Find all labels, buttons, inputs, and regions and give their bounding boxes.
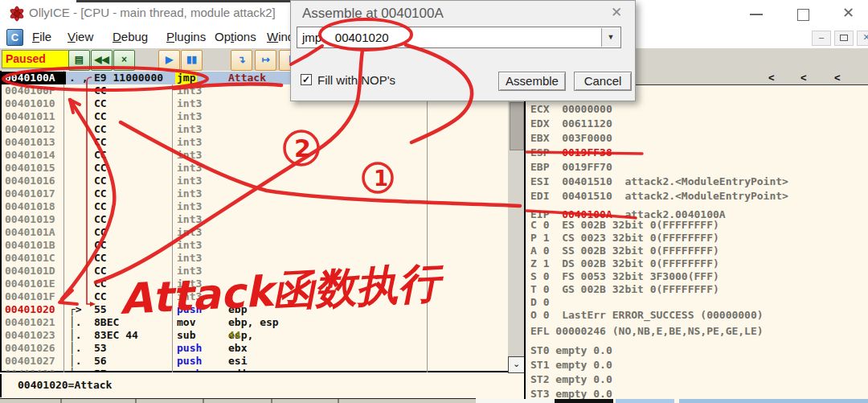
disasm-row[interactable]: 00401018CCint3 [2, 200, 508, 213]
mdi-restore-button[interactable] [834, 31, 854, 46]
ollyice-window: OllyICE - [CPU - main thread, module att… [0, 0, 868, 403]
info-pane-text: 00401020=Attack [18, 379, 112, 391]
step-into-button[interactable]: ↴ [231, 50, 252, 71]
flag-row: O 0 LastErr ERROR_SUCCESS (00000000) [530, 309, 764, 321]
status-badge: Paused [2, 50, 69, 68]
menu-item-options[interactable]: Options [215, 30, 256, 43]
disasm-row[interactable]: 00401015CCint3 [2, 162, 508, 175]
disasm-address: 0040100A [2, 72, 66, 84]
menu-item-debug[interactable]: Debug [113, 30, 148, 43]
mdi-close-button[interactable]: ✕ [857, 31, 868, 46]
disasm-row[interactable]: 00401019CCint3 [2, 213, 508, 226]
menu-item-file[interactable]: File [32, 30, 51, 43]
disasm-mnemonic: int3 [177, 252, 202, 265]
restart-button[interactable]: ◀◀ [91, 50, 113, 71]
open-file-button[interactable]: ▤ [68, 50, 90, 71]
cpu-window-icon[interactable]: C [6, 29, 23, 46]
disasm-prefix: │. [69, 355, 82, 368]
disasm-row[interactable]: 00401012CCint3 [2, 123, 508, 136]
register-row-esi[interactable]: ESI 00401510 attack2.<ModuleEntryPoint> [530, 175, 788, 187]
disasm-row[interactable]: 00401016CCint3 [2, 175, 508, 187]
disasm-bytes: E9 11000000 [94, 72, 163, 84]
disasm-mnemonic: sub [177, 329, 195, 342]
register-row-edx[interactable]: EDX 00611120 [530, 117, 612, 130]
register-value: 00611120 [549, 117, 612, 130]
register-name: EBP [530, 161, 549, 173]
assemble-input[interactable]: jmp 00401020 ▼ [297, 27, 621, 48]
cancel-button[interactable]: Cancel [574, 72, 632, 91]
disasm-row[interactable]: 00401013CCint3 [2, 136, 508, 149]
disasm-bytes: CC [94, 162, 107, 175]
fill-with-nops-label: Fill with NOP's [317, 73, 395, 87]
disasm-row[interactable]: 0040101FCCint3 [2, 290, 508, 303]
register-row-esp[interactable]: ESP 0019FF38 [530, 146, 612, 158]
disasm-row[interactable]: 00401011CCint3 [2, 110, 508, 123]
disasm-row[interactable]: 0040101CCCint3 [2, 252, 508, 265]
dump-divider [271, 399, 272, 403]
flag-row: C 0 ES 002B 32bit 0(FFFFFFFF) [530, 219, 719, 231]
chevron-down-icon[interactable]: ▼ [601, 28, 620, 47]
dump-pane-edge [0, 398, 476, 403]
register-value: 0019FF38 [549, 146, 612, 158]
menu-item-view[interactable]: View [68, 30, 93, 43]
disasm-row[interactable]: 00401028│.57pushedi [2, 368, 508, 372]
pause-button[interactable]: ▮▮ [181, 50, 203, 71]
fill-with-nops-checkbox[interactable]: ✓ [301, 74, 312, 85]
register-name: EDX [530, 117, 549, 130]
disasm-bytes: CC [94, 213, 107, 226]
disasm-bytes: CC [94, 290, 107, 303]
minimize-button[interactable] [750, 14, 763, 15]
disasm-row[interactable]: 0040101ECCint3 [2, 278, 508, 290]
register-name: ESI [530, 175, 549, 187]
disasm-row[interactable]: 0040101DCCint3 [2, 265, 508, 278]
maximize-button[interactable] [797, 9, 809, 21]
assemble-button[interactable]: Assemble [498, 72, 566, 91]
scrollbar-thumb[interactable] [510, 102, 524, 150]
disasm-bytes: CC [94, 200, 107, 213]
register-row-ebp[interactable]: EBP 0019FF70 [530, 161, 612, 173]
fpu-row: ST2 empty 0.0 [530, 373, 612, 385]
disasm-row[interactable]: 00401014CCint3 [2, 149, 508, 162]
disasm-address: 00401011 [5, 110, 55, 123]
registers-collapse-chevron[interactable]: < [800, 72, 807, 84]
disasm-row[interactable]: 00401021│.8BECmovebp, esp [2, 316, 508, 329]
disasm-mnemonic: int3 [177, 290, 202, 303]
register-row-ecx[interactable]: ECX 00000000 [530, 103, 612, 115]
disasm-bytes: CC [94, 265, 107, 278]
disasm-row[interactable]: 0040101ACCint3 [2, 226, 508, 239]
registers-collapse-chevron[interactable]: < [834, 72, 841, 84]
disasm-row[interactable]: 00401020┌>55pushebp [2, 303, 508, 316]
disasm-mnemonic: int3 [177, 239, 202, 252]
menu-item-plugins[interactable]: Plugins [166, 30, 206, 43]
disasm-address: 0040101D [5, 265, 55, 278]
disasm-mnemonic: int3 [177, 200, 202, 213]
register-row-edi[interactable]: EDI 00401510 attack2.<ModuleEntryPoint> [530, 190, 788, 202]
disasm-row[interactable]: 00401027│.56pushesi [2, 355, 508, 368]
disasm-address: 00401010 [5, 97, 55, 110]
disasm-bytes: CC [94, 252, 107, 265]
registers-collapse-chevron[interactable]: < [768, 72, 775, 84]
close-button[interactable]: ✕ [842, 4, 854, 22]
disasm-bytes: CC [94, 175, 107, 187]
scrollbar-down-arrow[interactable]: ⌄ [508, 356, 525, 373]
disasm-row[interactable]: 00401017CCint3 [2, 187, 508, 200]
disasm-mnemonic: push [177, 355, 202, 368]
disasm-row[interactable]: 00401026│.53pushebx [2, 342, 508, 355]
close-process-button[interactable]: × [113, 50, 135, 71]
step-over-button[interactable]: ↦ [255, 50, 276, 71]
mdi-minimize-button[interactable]: – [812, 31, 831, 46]
disasm-row[interactable]: 0040101BCCint3 [2, 239, 508, 252]
disasm-row[interactable]: 00401023│.83EC 44subesp, 44 [2, 329, 508, 342]
disasm-address: 0040101B [5, 239, 55, 252]
register-row-ebx[interactable]: EBX 003F0000 [530, 132, 612, 144]
register-name: EBX [530, 132, 549, 144]
register-name: ESP [530, 146, 549, 158]
assemble-dialog: Assemble at 0040100A ✕ jmp 00401020 ▼ ✓ … [290, 0, 636, 101]
disasm-bytes: CC [94, 226, 107, 239]
disasm-address: 0040101C [5, 252, 55, 265]
run-button[interactable]: ▶ [158, 50, 180, 71]
disasm-bytes: 83EC 44 [94, 329, 138, 342]
dump-divider [338, 399, 339, 403]
fpu-row: ST3 empty 0.0 [530, 388, 612, 400]
dialog-close-icon[interactable]: ✕ [611, 4, 622, 21]
